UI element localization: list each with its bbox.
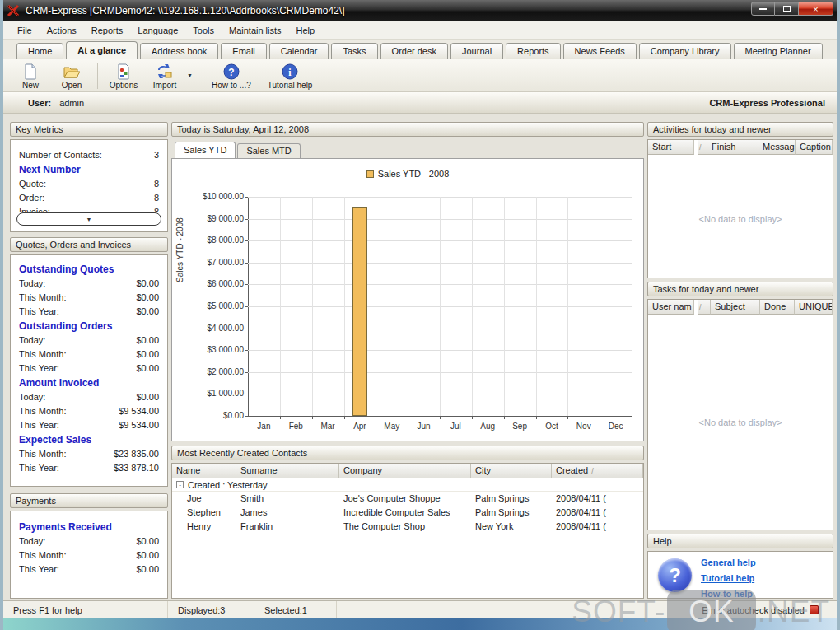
legend-label: Sales YTD - 2008 (378, 169, 450, 179)
date-header: Today is Saturday, April 12, 2008 (171, 122, 644, 137)
menu-language[interactable]: Language (130, 23, 185, 38)
column-header-subject[interactable]: Subject (711, 300, 760, 315)
x-tick-label: Dec (600, 422, 632, 431)
new-button[interactable]: New (10, 62, 51, 90)
close-button[interactable]: × (799, 2, 833, 16)
stat-row: This Month:$23 835.00 (11, 447, 167, 461)
import-button[interactable]: Import (144, 62, 185, 90)
column-header-start[interactable]: Start (648, 140, 694, 155)
menu-file[interactable]: File (10, 23, 40, 38)
title-bar[interactable]: CRM-Express [CRMDemo42: \\192.168.1.120\… (0, 0, 840, 21)
metric-order: Order: 8 (11, 191, 167, 205)
column-header-surname[interactable]: Surname (236, 464, 339, 478)
column-header-message[interactable]: Messag (758, 140, 796, 155)
tab-at-a-glance[interactable]: At a glance (66, 41, 138, 59)
section-heading: Outstanding Orders (11, 319, 167, 334)
toolbar: New Open Options Import ▼ ? How to ...? (3, 59, 837, 92)
status-selected: Selected:1 (254, 601, 337, 618)
chart-tab-strip: Sales YTD Sales MTD (171, 142, 644, 158)
column-header-company[interactable]: Company (339, 464, 471, 478)
y-tick-label: $8 000.00 (173, 236, 244, 245)
quotes-panel: Outstanding Quotes Today:$0.00 This Mont… (10, 254, 168, 487)
tab-calendar[interactable]: Calendar (269, 43, 329, 59)
y-tick-label: $3 000.00 (173, 345, 244, 354)
tab-sales-ytd[interactable]: Sales YTD (175, 142, 236, 158)
menu-actions[interactable]: Actions (40, 23, 84, 38)
collapse-icon[interactable]: - (176, 481, 184, 488)
y-tick-label: $4 000.00 (173, 324, 244, 333)
key-metrics-header[interactable]: Key Metrics (10, 122, 168, 137)
minimize-button[interactable] (751, 2, 775, 16)
tab-meeting-planner[interactable]: Meeting Planner (734, 43, 823, 59)
menu-help[interactable]: Help (289, 23, 323, 38)
metric-contacts: Number of Contacts: 3 (11, 148, 167, 162)
tutorial-help-button[interactable]: i Tutorial help (259, 62, 321, 90)
y-tick-label: $9 000.00 (173, 214, 244, 223)
tab-tasks[interactable]: Tasks (331, 43, 377, 59)
open-button[interactable]: Open (51, 62, 92, 90)
watermark-ok-badge: OK (667, 590, 755, 630)
tab-address-book[interactable]: Address book (140, 43, 218, 59)
x-tick-label: Jun (408, 422, 441, 431)
tab-home[interactable]: Home (16, 43, 63, 59)
tab-journal[interactable]: Journal (450, 43, 503, 59)
chart-legend: Sales YTD - 2008 (172, 169, 643, 179)
column-header-city[interactable]: City (471, 464, 552, 478)
column-header-user-name[interactable]: User nam (648, 300, 694, 315)
how-to-button[interactable]: ? How to ...? (203, 62, 259, 90)
y-tick-label: $5 000.00 (173, 301, 244, 310)
key-metrics-scroll-button[interactable]: ▼ (16, 212, 161, 226)
menu-bar: File Actions Reports Language Tools Main… (3, 21, 837, 40)
quotes-panel-header[interactable]: Quotes, Orders and Invoices (10, 237, 168, 252)
user-value: admin (59, 98, 84, 108)
column-header-done[interactable]: Done (760, 300, 795, 315)
stat-row: This Month:$0.00 (11, 548, 167, 562)
x-tick-label: Mar (311, 422, 344, 431)
column-header-caption[interactable]: Caption (796, 140, 833, 155)
minimize-icon (759, 8, 767, 10)
contacts-header-row: Name Surname Company City Created/ (172, 464, 643, 478)
payments-panel-header[interactable]: Payments (10, 493, 168, 508)
menu-maintain-lists[interactable]: Maintain lists (222, 23, 289, 38)
y-tick-label: $2 000.00 (173, 367, 244, 376)
y-tick-label: $7 000.00 (173, 258, 244, 267)
stat-row: This Year:$0.00 (11, 305, 167, 319)
window-title: CRM-Express [CRMDemo42: \\192.168.1.120\… (26, 5, 345, 16)
activities-panel-header: Activities for today and newer (647, 122, 833, 137)
table-row[interactable]: Henry Franklin The Computer Shop New Yor… (172, 520, 643, 534)
tab-sales-mtd[interactable]: Sales MTD (237, 143, 300, 158)
menu-reports[interactable]: Reports (84, 23, 131, 38)
options-button[interactable]: Options (103, 62, 144, 90)
app-icon (7, 4, 20, 17)
general-help-link[interactable]: General help (701, 555, 756, 571)
activities-grid: Start / Finish Messag Caption <No data t… (647, 139, 833, 278)
column-header-created[interactable]: Created/ (552, 464, 643, 478)
tab-email[interactable]: Email (221, 43, 267, 59)
bar-apr (352, 207, 367, 416)
group-row-created-yesterday[interactable]: - Created : Yesterday (172, 478, 643, 492)
menu-tools[interactable]: Tools (185, 23, 222, 38)
column-header-finish[interactable]: Finish (707, 140, 758, 155)
sort-ascending-icon: / (698, 300, 711, 315)
table-row[interactable]: Stephen James Incredible Computer Sales … (172, 506, 643, 520)
tasks-header-row: User nam / Subject Done UNIQUE_ (648, 300, 833, 315)
tab-reports[interactable]: Reports (506, 43, 561, 59)
tab-company-library[interactable]: Company Library (639, 43, 731, 59)
x-tick-label: Apr (343, 422, 376, 431)
column-header-unique[interactable]: UNIQUE_ (795, 300, 833, 315)
import-dropdown-arrow[interactable]: ▼ (187, 72, 193, 78)
user-bar: User: admin CRM-Express Professional (3, 92, 837, 114)
tutorial-help-link[interactable]: Tutorial help (701, 571, 756, 586)
contacts-panel-header: Most Recently Created Contacts (171, 446, 644, 460)
tab-news-feeds[interactable]: News Feeds (563, 43, 637, 59)
watermark: SOFT- OK .NET (572, 590, 830, 630)
stat-row: This Month:$0.00 (11, 348, 167, 362)
column-header-name[interactable]: Name (172, 464, 236, 478)
table-row[interactable]: Joe Smith Joe's Computer Shoppe Palm Spr… (172, 492, 643, 506)
new-page-icon (22, 63, 39, 80)
activities-empty-message: <No data to display> (648, 214, 833, 224)
svg-text:?: ? (228, 66, 234, 77)
maximize-button[interactable] (775, 2, 799, 16)
tab-order-desk[interactable]: Order desk (380, 43, 448, 59)
stat-row: Today:$0.00 (11, 334, 167, 348)
